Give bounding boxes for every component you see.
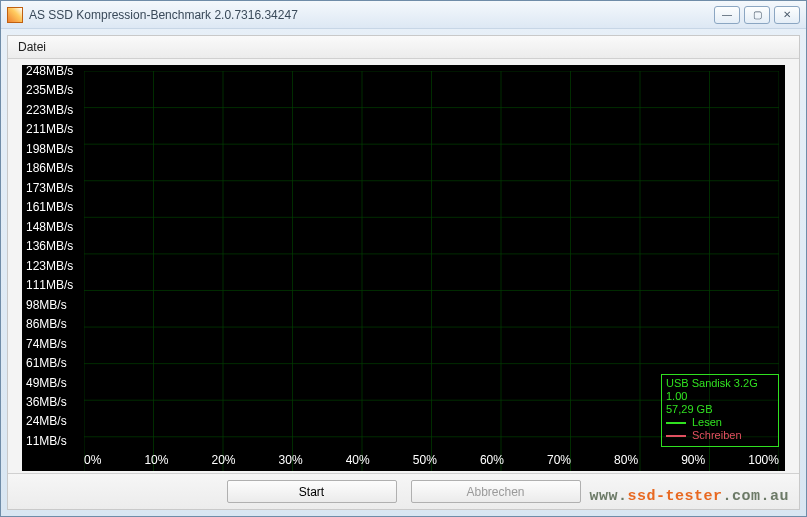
y-tick: 248MB/s <box>26 65 82 77</box>
client-area: Datei 248MB/s235MB/s223MB/s211MB/s198MB/… <box>7 35 800 510</box>
maximize-button[interactable]: ▢ <box>744 6 770 24</box>
legend-read-label: Lesen <box>692 416 722 429</box>
x-tick: 70% <box>547 453 571 467</box>
y-tick: 61MB/s <box>26 357 82 369</box>
bottom-bar: Start Abbrechen www.ssd-tester.com.au <box>8 473 799 509</box>
y-tick: 223MB/s <box>26 104 82 116</box>
app-icon <box>7 7 23 23</box>
menubar: Datei <box>8 36 799 59</box>
legend-read-dash <box>666 422 686 424</box>
y-tick: 74MB/s <box>26 338 82 350</box>
legend-write-dash <box>666 435 686 437</box>
cancel-button[interactable]: Abbrechen <box>411 480 581 503</box>
y-tick: 136MB/s <box>26 240 82 252</box>
x-tick: 20% <box>212 453 236 467</box>
y-tick: 24MB/s <box>26 415 82 427</box>
y-tick: 111MB/s <box>26 279 82 291</box>
y-tick: 123MB/s <box>26 260 82 272</box>
y-tick: 161MB/s <box>26 201 82 213</box>
close-button[interactable]: ✕ <box>774 6 800 24</box>
y-tick: 86MB/s <box>26 318 82 330</box>
x-tick: 30% <box>279 453 303 467</box>
x-tick: 100% <box>748 453 779 467</box>
y-tick: 36MB/s <box>26 396 82 408</box>
menu-file[interactable]: Datei <box>18 40 46 54</box>
x-tick: 40% <box>346 453 370 467</box>
window: AS SSD Kompression-Benchmark 2.0.7316.34… <box>0 0 807 517</box>
y-tick: 173MB/s <box>26 182 82 194</box>
watermark-p2: ssd-tester <box>627 488 722 505</box>
x-tick: 60% <box>480 453 504 467</box>
chart-area: 248MB/s235MB/s223MB/s211MB/s198MB/s186MB… <box>22 65 785 471</box>
x-tick: 10% <box>144 453 168 467</box>
watermark: www.ssd-tester.com.au <box>589 488 789 505</box>
y-tick: 235MB/s <box>26 84 82 96</box>
x-tick: 90% <box>681 453 705 467</box>
watermark-p1: www. <box>589 488 627 505</box>
x-tick: 50% <box>413 453 437 467</box>
titlebar: AS SSD Kompression-Benchmark 2.0.7316.34… <box>1 1 806 29</box>
x-axis-labels: 0%10%20%30%40%50%60%70%80%90%100% <box>84 453 779 467</box>
y-axis-labels: 248MB/s235MB/s223MB/s211MB/s198MB/s186MB… <box>26 65 82 447</box>
y-tick: 186MB/s <box>26 162 82 174</box>
window-controls: — ▢ ✕ <box>714 6 800 24</box>
legend-capacity: 57,29 GB <box>666 403 774 416</box>
legend-read-row: Lesen <box>666 416 774 429</box>
start-button[interactable]: Start <box>227 480 397 503</box>
legend-firmware: 1.00 <box>666 390 774 403</box>
y-tick: 11MB/s <box>26 435 82 447</box>
y-tick: 211MB/s <box>26 123 82 135</box>
legend-write-row: Schreiben <box>666 429 774 442</box>
minimize-button[interactable]: — <box>714 6 740 24</box>
window-title: AS SSD Kompression-Benchmark 2.0.7316.34… <box>29 8 714 22</box>
legend: USB Sandisk 3.2G 1.00 57,29 GB Lesen Sch… <box>661 374 779 447</box>
y-tick: 98MB/s <box>26 299 82 311</box>
y-tick: 148MB/s <box>26 221 82 233</box>
legend-write-label: Schreiben <box>692 429 742 442</box>
x-tick: 0% <box>84 453 101 467</box>
legend-device: USB Sandisk 3.2G <box>666 377 774 390</box>
y-tick: 49MB/s <box>26 377 82 389</box>
chart-container: 248MB/s235MB/s223MB/s211MB/s198MB/s186MB… <box>8 59 799 473</box>
x-tick: 80% <box>614 453 638 467</box>
y-tick: 198MB/s <box>26 143 82 155</box>
watermark-p3: .com.au <box>722 488 789 505</box>
